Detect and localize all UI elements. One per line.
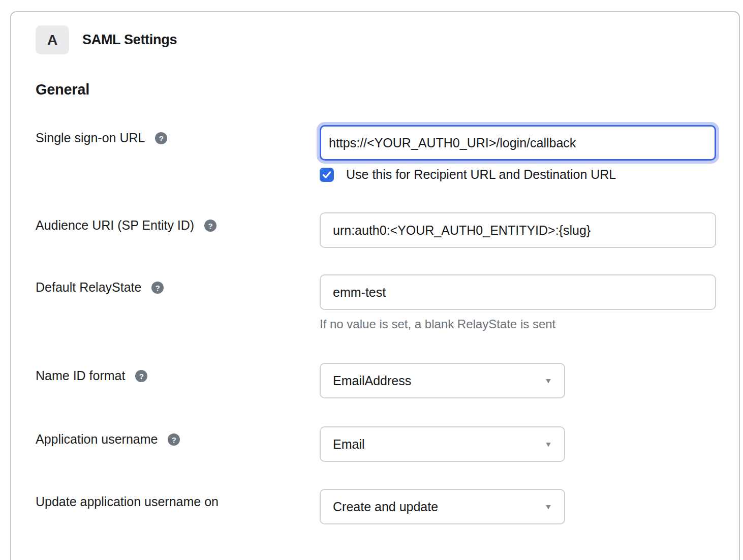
row-application-username: Application username ? Email ▼	[36, 426, 715, 462]
row-audience-uri: Audience URI (SP Entity ID) ?	[36, 212, 715, 248]
chevron-down-icon: ▼	[544, 377, 552, 385]
recipient-url-checkbox-label: Use this for Recipient URL and Destinati…	[346, 167, 616, 182]
help-icon[interactable]: ?	[151, 282, 164, 294]
chevron-down-icon: ▼	[544, 503, 552, 511]
sso-url-input[interactable]	[320, 125, 716, 161]
relaystate-label: Default RelayState	[36, 279, 141, 295]
help-icon[interactable]: ?	[204, 220, 216, 232]
row-name-id-format: Name ID format ? EmailAddress ▼	[36, 363, 715, 398]
recipient-url-checkbox[interactable]	[320, 168, 334, 182]
row-single-sign-on-url: Single sign-on URL ? Use this for Recipi…	[36, 125, 715, 182]
relaystate-input[interactable]	[320, 274, 716, 310]
update-username-label: Update application username on	[36, 494, 219, 509]
recipient-url-checkbox-row: Use this for Recipient URL and Destinati…	[320, 167, 716, 182]
relaystate-helper-text: If no value is set, a blank RelayState i…	[320, 317, 716, 331]
row-update-application-username: Update application username on Create an…	[36, 489, 715, 524]
help-icon[interactable]: ?	[168, 433, 180, 446]
saml-settings-card: A SAML Settings General Single sign-on U…	[10, 11, 740, 560]
general-heading: General	[36, 81, 715, 98]
page-title: SAML Settings	[82, 32, 177, 48]
app-username-value: Email	[333, 437, 365, 452]
audience-uri-input[interactable]	[320, 212, 716, 248]
form-rows: Single sign-on URL ? Use this for Recipi…	[36, 125, 715, 524]
sso-url-label: Single sign-on URL	[36, 130, 145, 145]
step-badge: A	[36, 25, 69, 54]
help-icon[interactable]: ?	[155, 132, 167, 144]
nameid-format-value: EmailAddress	[333, 374, 411, 388]
section-header: A SAML Settings	[36, 25, 715, 54]
audience-uri-label: Audience URI (SP Entity ID)	[36, 217, 194, 233]
update-username-select[interactable]: Create and update ▼	[320, 489, 565, 524]
nameid-format-select[interactable]: EmailAddress ▼	[320, 363, 565, 398]
checkmark-icon	[322, 170, 332, 180]
app-username-select[interactable]: Email ▼	[320, 426, 565, 462]
chevron-down-icon: ▼	[544, 440, 552, 448]
row-default-relaystate: Default RelayState ? If no value is set,…	[36, 274, 715, 331]
update-username-value: Create and update	[333, 500, 438, 514]
help-icon[interactable]: ?	[135, 370, 147, 382]
app-username-label: Application username	[36, 431, 158, 447]
nameid-format-label: Name ID format	[36, 368, 125, 383]
